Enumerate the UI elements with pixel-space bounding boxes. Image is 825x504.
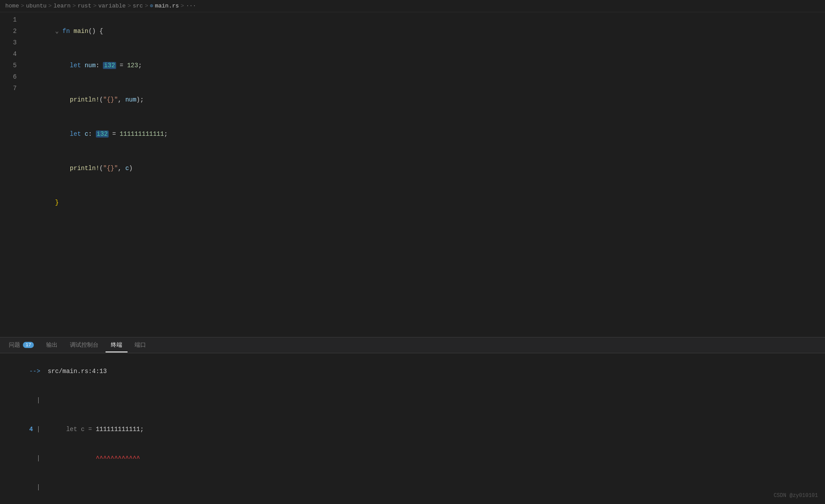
code-line-7: [26, 220, 825, 231]
breadcrumb-variable[interactable]: variable: [99, 3, 126, 9]
code-line-5: println!("{}", c): [26, 151, 825, 185]
term-line-pipe3: |: [7, 502, 818, 504]
code-line-1: ⌄ fn main() {: [26, 14, 825, 48]
term-line-carets: | ^^^^^^^^^^^^: [7, 444, 818, 473]
line-num-3: 3: [0, 37, 17, 48]
breadcrumb-rust[interactable]: rust: [77, 3, 91, 9]
term-line-pipe2: |: [7, 473, 818, 502]
line-num-2: 2: [0, 25, 17, 37]
file-icon: ⊙: [150, 3, 153, 9]
panel: 问题 17 输出 调试控制台 终端 端口 --> src/main.rs:4:1…: [0, 337, 825, 504]
term-line-code4: 4 | let c = 111111111111;: [7, 415, 818, 444]
breadcrumb-sep6: >: [145, 3, 148, 9]
tab-terminal-label: 终端: [111, 341, 122, 349]
tab-problems[interactable]: 问题 17: [4, 338, 39, 352]
term-line-arrow: --> src/main.rs:4:13: [7, 357, 818, 386]
line-num-6: 6: [0, 71, 17, 83]
fold-icon[interactable]: ⌄: [55, 28, 62, 35]
editor-area: 1 2 3 4 5 6 7 ⌄ fn main() { let num: i32…: [0, 12, 825, 337]
breadcrumb-sep: >: [21, 3, 24, 9]
code-line-2: let num: i32 = 123;: [26, 48, 825, 83]
problems-badge: 17: [23, 342, 34, 348]
breadcrumb: home > ubuntu > learn > rust > variable …: [0, 0, 825, 12]
tab-output[interactable]: 输出: [41, 338, 63, 352]
tab-terminal[interactable]: 终端: [106, 338, 128, 352]
breadcrumb-home[interactable]: home: [5, 3, 19, 9]
breadcrumb-src[interactable]: src: [133, 3, 143, 9]
panel-tabs: 问题 17 输出 调试控制台 终端 端口: [0, 337, 825, 353]
code-line-3: println!("{}", num);: [26, 83, 825, 117]
code-line-4: let c: i32 = 111111111111;: [26, 117, 825, 151]
watermark: CSDN @zy010101: [774, 491, 818, 500]
breadcrumb-sep3: >: [73, 3, 76, 9]
terminal-content[interactable]: --> src/main.rs:4:13 | 4 | let c = 11111…: [0, 353, 825, 504]
breadcrumb-sep4: >: [93, 3, 97, 9]
line-num-4: 4: [0, 48, 17, 60]
tab-debug-console[interactable]: 调试控制台: [65, 338, 104, 352]
breadcrumb-ellipsis: ···: [186, 3, 196, 9]
tab-ports-label: 端口: [135, 341, 146, 349]
breadcrumb-sep7: >: [181, 3, 184, 9]
tab-debug-label: 调试控制台: [70, 341, 99, 349]
breadcrumb-sep5: >: [128, 3, 131, 9]
line-numbers: 1 2 3 4 5 6 7: [0, 12, 22, 337]
line-num-1: 1: [0, 14, 17, 25]
tab-ports[interactable]: 端口: [129, 338, 151, 352]
tab-problems-label: 问题: [9, 341, 20, 349]
term-line-pipe1: |: [7, 386, 818, 415]
breadcrumb-file[interactable]: main.rs: [155, 3, 179, 9]
line-num-7: 7: [0, 83, 17, 94]
line-num-5: 5: [0, 60, 17, 71]
code-line-6: }: [26, 185, 825, 220]
code-editor[interactable]: ⌄ fn main() { let num: i32 = 123; printl…: [22, 12, 825, 337]
breadcrumb-learn[interactable]: learn: [54, 3, 71, 9]
breadcrumb-ubuntu[interactable]: ubuntu: [26, 3, 47, 9]
breadcrumb-sep2: >: [48, 3, 52, 9]
tab-output-label: 输出: [46, 341, 58, 349]
